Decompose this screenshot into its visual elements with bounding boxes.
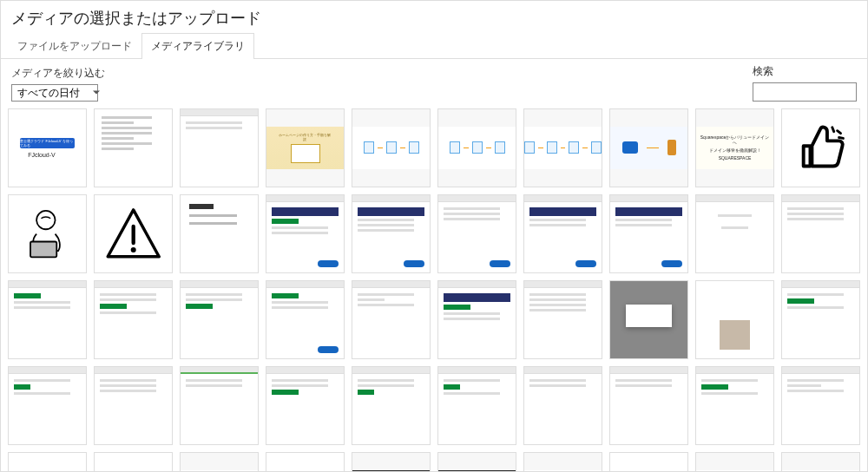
media-item[interactable]	[266, 280, 345, 359]
media-item[interactable]	[352, 366, 431, 445]
media-item[interactable]	[609, 194, 688, 273]
svg-point-3	[130, 247, 135, 252]
media-item[interactable]	[8, 452, 87, 471]
media-item[interactable]	[180, 280, 259, 359]
media-item[interactable]	[180, 194, 259, 273]
media-item[interactable]	[8, 366, 87, 445]
media-item[interactable]	[609, 108, 688, 187]
media-item[interactable]	[180, 366, 259, 445]
media-item[interactable]	[523, 194, 602, 273]
media-item[interactable]	[352, 194, 431, 273]
tab-upload[interactable]: ファイルをアップロード	[8, 33, 141, 59]
media-item[interactable]	[437, 366, 516, 445]
media-item[interactable]	[437, 280, 516, 359]
media-item[interactable]	[695, 194, 774, 273]
squarespace-logo: SQUARESPACE	[719, 155, 752, 161]
media-item[interactable]	[352, 280, 431, 359]
media-item[interactable]	[180, 452, 259, 471]
media-item[interactable]	[781, 108, 860, 187]
media-item[interactable]	[180, 108, 259, 187]
media-item[interactable]	[94, 452, 173, 471]
media-item[interactable]	[94, 366, 173, 445]
search-label: 検索	[753, 64, 773, 79]
media-item[interactable]: 富士通クラウド FJcloud-V を使ってみる FJcloud-V	[8, 108, 87, 187]
media-item[interactable]	[609, 452, 688, 471]
media-item[interactable]	[266, 194, 345, 273]
media-item[interactable]: ホームページの作り方・手順を解説	[266, 108, 345, 187]
date-filter-select[interactable]: すべての日付	[11, 84, 98, 102]
media-grid: 富士通クラウド FJcloud-V を使ってみる FJcloud-V ホームペー…	[8, 108, 860, 471]
media-item[interactable]	[266, 452, 345, 471]
media-item[interactable]	[94, 280, 173, 359]
media-tabs: ファイルをアップロード メディアライブラリ	[1, 32, 867, 59]
tab-library[interactable]: メディアライブラリ	[141, 33, 254, 59]
media-item[interactable]	[8, 280, 87, 359]
svg-point-0	[36, 211, 55, 229]
filter-label: メディアを絞り込む	[11, 66, 105, 81]
media-item[interactable]	[437, 194, 516, 273]
media-item[interactable]	[523, 366, 602, 445]
media-item[interactable]	[781, 452, 860, 471]
thumb-caption: Squarespaceからバリュードメインへ	[700, 134, 770, 145]
media-item[interactable]	[695, 452, 774, 471]
media-grid-scroll[interactable]: 富士通クラウド FJcloud-V を使ってみる FJcloud-V ホームペー…	[1, 108, 867, 471]
media-item[interactable]	[781, 366, 860, 445]
warning-icon	[103, 204, 163, 264]
media-item[interactable]	[352, 452, 431, 471]
media-item[interactable]	[781, 280, 860, 359]
media-item[interactable]	[523, 108, 602, 187]
thumb-caption: ホームページの作り方・手順を解説	[278, 133, 332, 141]
media-item[interactable]	[437, 452, 516, 471]
media-item[interactable]	[437, 108, 516, 187]
media-item[interactable]	[94, 108, 173, 187]
search-input[interactable]	[753, 82, 857, 102]
library-toolbar: メディアを絞り込む すべての日付 検索	[1, 59, 867, 108]
media-item[interactable]	[266, 366, 345, 445]
svg-rect-1	[30, 241, 56, 257]
media-item[interactable]	[695, 366, 774, 445]
media-item[interactable]: Squarespaceからバリュードメインへ ドメイン移管を徹底解説！ SQUA…	[695, 108, 774, 187]
media-item[interactable]	[352, 108, 431, 187]
media-item[interactable]	[609, 280, 688, 359]
thumb-caption: FJcloud-V	[28, 152, 67, 158]
media-item[interactable]	[523, 280, 602, 359]
thumb-caption: ドメイン移管を徹底解説！	[709, 148, 761, 153]
thumbs-up-icon	[793, 121, 847, 174]
modal-title: メディアの選択またはアップロード	[1, 1, 867, 32]
media-item[interactable]	[8, 194, 87, 273]
thinking-person-icon	[16, 203, 78, 265]
media-item[interactable]	[781, 194, 860, 273]
media-item[interactable]	[523, 452, 602, 471]
media-item[interactable]	[609, 366, 688, 445]
thumb-caption: 富士通クラウド FJcloud-V を使ってみる	[20, 138, 74, 148]
media-item[interactable]	[94, 194, 173, 273]
media-item[interactable]	[695, 280, 774, 359]
